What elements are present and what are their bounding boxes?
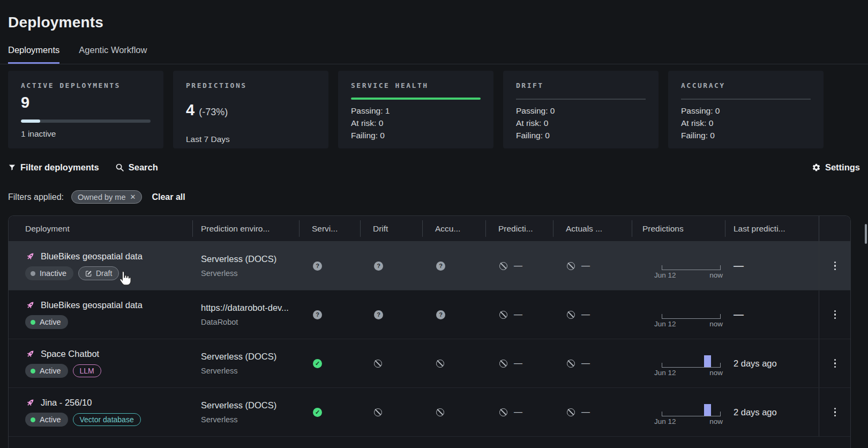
row-actions-button[interactable]	[831, 356, 840, 371]
predictions-status-icon	[499, 311, 507, 319]
sparkline-axis	[662, 412, 721, 416]
predictions-value: 4	[186, 101, 194, 119]
deployment-name[interactable]: Jina - 256/10	[41, 398, 92, 408]
clear-all-button[interactable]: Clear all	[152, 192, 185, 202]
column-header-accuracy[interactable]: Accu...	[422, 216, 485, 241]
funnel-icon	[8, 163, 16, 171]
card-drift: DRIFT Passing: 0 At risk: 0 Failing: 0	[503, 71, 659, 148]
column-header-service[interactable]: Servi...	[299, 216, 360, 241]
status-dot	[31, 417, 35, 422]
drift-passing: Passing: 0	[516, 104, 646, 117]
column-header-deployment[interactable]: Deployment	[9, 216, 192, 241]
prediction-environment-type: DataRobot	[201, 318, 238, 326]
prediction-environment: https://datarobot-dev...	[201, 303, 289, 313]
table-row[interactable]: Jina - 256/10 Active Vector database Ser…	[9, 388, 850, 437]
predictions-status-icon	[499, 360, 507, 368]
table-row[interactable]: Space Chatbot Active LLM Serverless (DOC…	[9, 339, 850, 388]
accuracy-status-icon	[436, 310, 445, 319]
deployment-name[interactable]: BlueBikes geospatial data	[41, 300, 143, 310]
page-header: Deployments Deployments Agentic Workflow	[0, 0, 868, 64]
column-header-actuals[interactable]: Actuals ...	[553, 216, 632, 241]
service-health-at-risk: At risk: 0	[351, 117, 481, 129]
service-health-passing: Passing: 1	[351, 104, 481, 117]
predictions-delta: (-73%)	[199, 107, 228, 118]
predictions-sparkline: Jun 12 now	[654, 301, 723, 328]
header-divider	[0, 64, 868, 64]
last-prediction: —	[725, 309, 744, 320]
status-dot	[31, 369, 35, 374]
service-health-status-icon	[313, 359, 322, 368]
search-button[interactable]: Search	[115, 162, 158, 173]
prediction-environment-type: Serverless	[201, 415, 238, 424]
column-header-predictions[interactable]: Predictions	[632, 216, 725, 241]
card-service-health: SERVICE HEALTH Passing: 1 At risk: 0 Fai…	[338, 71, 493, 148]
actuals-status-icon	[567, 262, 575, 270]
filters-applied-row: Filters applied: Owned by me ✕ Clear all	[8, 190, 185, 204]
drift-bar	[516, 99, 646, 100]
drift-failing: Failing: 0	[516, 129, 646, 141]
tab-bar: Deployments Agentic Workflow	[8, 45, 860, 64]
toolbar: Filter deployments Search Settings	[8, 162, 860, 173]
tab-agentic-workflow[interactable]: Agentic Workflow	[79, 45, 147, 64]
table-row[interactable]: BlueBikes geospatial data Inactive Draft…	[9, 242, 850, 290]
card-title: ACTIVE DEPLOYMENTS	[21, 81, 151, 89]
row-actions-button[interactable]	[831, 258, 840, 274]
actuals-status-icon	[567, 311, 575, 319]
progress-fill	[21, 120, 40, 123]
sparkline-axis	[662, 363, 721, 368]
drift-status-icon	[374, 262, 383, 271]
drift-status-icon	[374, 408, 382, 416]
sparkline-axis	[662, 265, 721, 270]
last-prediction: 2 days ago	[725, 407, 777, 417]
deployment-name[interactable]: Space Chatbot	[41, 349, 99, 359]
column-header-drift[interactable]: Drift	[360, 216, 422, 241]
row-actions-button[interactable]	[831, 405, 840, 420]
accuracy-at-risk: At risk: 0	[681, 117, 811, 129]
last-prediction: 2 days ago	[725, 359, 777, 369]
column-header-prediction-environment[interactable]: Prediction enviro...	[192, 216, 299, 241]
predictions-sparkline: Jun 12 now	[654, 399, 723, 425]
inactive-count: 1 inactive	[21, 129, 151, 139]
card-title: ACCURACY	[681, 81, 811, 89]
row-actions-button[interactable]	[831, 307, 840, 323]
service-health-status-icon	[313, 408, 322, 417]
status-badge: Active	[25, 413, 68, 427]
vector-database-tag: Vector database	[73, 413, 141, 426]
page-title: Deployments	[8, 14, 860, 31]
status-dot	[31, 320, 35, 325]
deployment-name[interactable]: BlueBikes geospatial data	[41, 251, 143, 262]
actuals-status-icon	[567, 408, 575, 416]
card-title: SERVICE HEALTH	[351, 81, 481, 89]
vertical-scrollbar[interactable]	[865, 224, 867, 244]
rocket-icon	[25, 349, 35, 359]
rocket-icon	[25, 300, 35, 310]
table-row[interactable]: BlueBikes geospatial data Active https:/…	[9, 290, 850, 339]
drift-status-icon	[374, 310, 383, 319]
card-accuracy: ACCURACY Passing: 0 At risk: 0 Failing: …	[668, 71, 824, 148]
settings-button[interactable]: Settings	[812, 162, 860, 173]
draft-badge[interactable]: Draft	[78, 266, 119, 280]
column-header-last-prediction[interactable]: Last predicti...	[725, 216, 819, 241]
accuracy-status-icon	[436, 408, 444, 416]
predictions-period: Last 7 Days	[186, 135, 316, 144]
column-header-actions	[819, 216, 851, 241]
llm-tag: LLM	[73, 364, 101, 377]
sparkline-bar	[704, 355, 711, 367]
tab-deployments[interactable]: Deployments	[8, 45, 59, 64]
sparkline-bar	[704, 404, 711, 416]
column-header-predictions-status[interactable]: Predicti...	[485, 216, 553, 241]
remove-filter-icon[interactable]: ✕	[130, 193, 136, 201]
filters-applied-label: Filters applied:	[8, 192, 64, 202]
card-title: PREDICTIONS	[186, 81, 316, 89]
filter-deployments-button[interactable]: Filter deployments	[8, 162, 99, 173]
active-deployments-progress	[21, 120, 151, 123]
card-active-deployments: ACTIVE DEPLOYMENTS 9 1 inactive	[8, 71, 163, 148]
filter-chip-owned-by-me[interactable]: Owned by me ✕	[71, 190, 142, 204]
rocket-icon	[25, 251, 35, 262]
prediction-environment: Serverless (DOCS)	[201, 400, 276, 410]
predictions-status-icon	[499, 262, 507, 270]
sparkline-axis	[662, 314, 721, 319]
status-badge: Inactive	[25, 266, 73, 280]
status-dot	[31, 271, 35, 276]
predictions-sparkline: Jun 12 now	[654, 252, 723, 279]
